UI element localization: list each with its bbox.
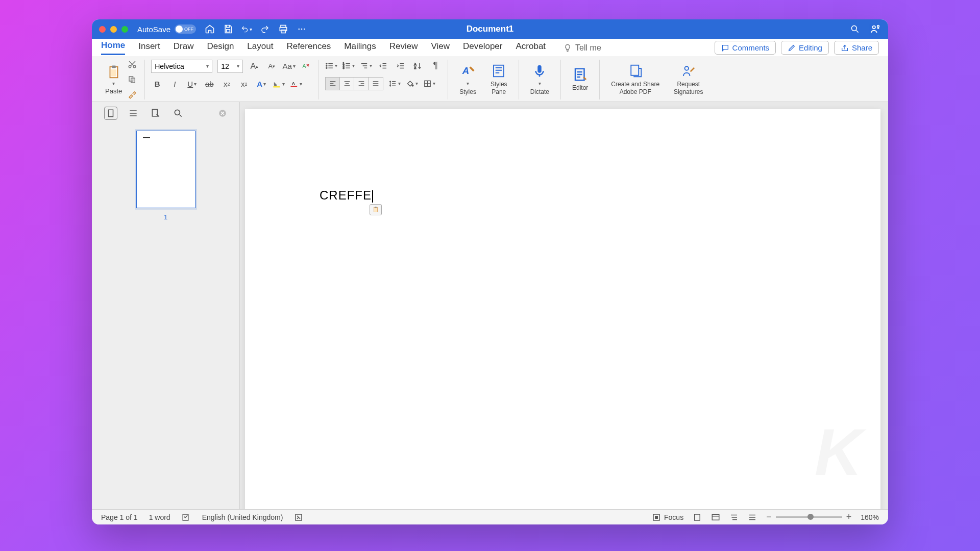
increase-indent-button[interactable] <box>395 60 407 72</box>
more-icon[interactable] <box>296 23 307 35</box>
document-text[interactable]: CREFFE <box>320 188 373 203</box>
strikethrough-button[interactable]: ab <box>203 78 215 90</box>
minimize-window-button[interactable] <box>110 26 117 33</box>
bullets-button[interactable]: ▾ <box>325 60 337 72</box>
tab-view[interactable]: View <box>431 41 450 55</box>
draft-view-button[interactable] <box>748 513 757 522</box>
close-panel-button[interactable] <box>218 109 227 118</box>
tab-acrobat[interactable]: Acrobat <box>516 41 546 55</box>
tab-home[interactable]: Home <box>101 40 125 55</box>
tab-mailings[interactable]: Mailings <box>344 41 376 55</box>
zoom-slider[interactable] <box>776 516 842 518</box>
svg-point-36 <box>684 66 689 70</box>
borders-button[interactable]: ▾ <box>423 78 435 90</box>
page-indicator[interactable]: Page 1 of 1 <box>101 513 138 521</box>
line-spacing-button[interactable]: ▾ <box>388 78 401 90</box>
italic-button[interactable]: I <box>168 78 181 90</box>
justify-button[interactable] <box>369 78 383 90</box>
page-thumbnail-1[interactable] <box>136 131 195 208</box>
zoom-out-button[interactable]: − <box>766 512 772 522</box>
document-title: Document1 <box>467 24 514 34</box>
request-signatures-button[interactable]: Request Signatures <box>669 63 708 95</box>
close-window-button[interactable] <box>99 26 106 33</box>
document-area: 1 CREFFE <box>92 102 888 509</box>
nav-toolbar <box>92 102 239 124</box>
grow-font-button[interactable]: A▴ <box>248 60 260 72</box>
zoom-slider-thumb[interactable] <box>807 514 814 520</box>
tab-layout[interactable]: Layout <box>247 41 273 55</box>
create-share-pdf-button[interactable]: Create and Share Adobe PDF <box>606 63 665 95</box>
highlight-button[interactable]: ▾ <box>273 78 285 90</box>
clear-formatting-button[interactable]: A <box>300 60 312 72</box>
print-icon[interactable] <box>278 23 289 35</box>
paint-bucket-icon <box>406 79 414 88</box>
tab-design[interactable]: Design <box>207 41 234 55</box>
numbering-button[interactable]: 123▾ <box>342 60 355 72</box>
word-count[interactable]: 1 word <box>149 513 170 521</box>
share-with-icon[interactable] <box>870 23 881 35</box>
align-right-button[interactable] <box>354 78 369 90</box>
styles-pane-button[interactable]: Styles Pane <box>485 63 512 95</box>
styles-button[interactable]: A ▾ Styles <box>454 63 481 95</box>
tell-me-search[interactable]: Tell me <box>563 43 601 53</box>
comments-button[interactable]: Comments <box>715 41 776 55</box>
print-layout-view-button[interactable] <box>693 513 702 522</box>
paste-button[interactable]: ▾ Paste <box>105 64 122 95</box>
text-effects-button[interactable]: A▾ <box>255 78 267 90</box>
subscript-button[interactable]: x2 <box>220 78 233 90</box>
headings-tab[interactable] <box>127 107 140 120</box>
tab-insert[interactable]: Insert <box>138 41 160 55</box>
sort-button[interactable]: AZ <box>412 60 424 72</box>
redo-button[interactable] <box>259 23 271 35</box>
show-marks-button[interactable]: ¶ <box>429 60 442 72</box>
shading-button[interactable]: ▾ <box>406 78 418 90</box>
accessibility-icon[interactable] <box>294 513 303 522</box>
share-button[interactable]: Share <box>834 41 879 55</box>
home-icon[interactable] <box>204 23 215 35</box>
find-tab[interactable] <box>172 107 185 120</box>
outline-view-button[interactable] <box>729 513 739 522</box>
review-tab[interactable] <box>149 107 162 120</box>
underline-button[interactable]: U▾ <box>186 78 198 90</box>
tab-review[interactable]: Review <box>389 41 418 55</box>
bold-button[interactable]: B <box>151 78 163 90</box>
copy-button[interactable] <box>126 73 138 86</box>
undo-button[interactable]: ▾ <box>241 23 252 35</box>
decrease-indent-button[interactable] <box>377 60 389 72</box>
multilevel-list-button[interactable]: ▾ <box>360 60 372 72</box>
font-size-select[interactable]: 12▾ <box>217 60 243 73</box>
shrink-font-button[interactable]: A▾ <box>265 60 278 72</box>
tab-developer[interactable]: Developer <box>463 41 503 55</box>
svg-point-7 <box>851 26 856 31</box>
language-indicator[interactable]: English (United Kingdom) <box>202 513 283 521</box>
superscript-button[interactable]: x2 <box>238 78 250 90</box>
save-icon[interactable] <box>223 23 234 35</box>
page-canvas[interactable]: CREFFE <box>240 102 888 509</box>
thumbnails-tab[interactable] <box>104 107 117 120</box>
editing-mode-button[interactable]: Editing <box>781 41 829 55</box>
zoom-in-button[interactable]: + <box>846 512 852 522</box>
tab-draw[interactable]: Draw <box>174 41 194 55</box>
document-page[interactable]: CREFFE <box>245 109 880 509</box>
align-center-button[interactable] <box>340 78 354 90</box>
zoom-level[interactable]: 160% <box>861 513 879 521</box>
format-painter-button[interactable] <box>126 89 138 101</box>
focus-mode-button[interactable]: Focus <box>652 513 683 522</box>
proofing-icon[interactable] <box>182 513 191 522</box>
cut-button[interactable] <box>126 58 138 70</box>
indent-icon <box>396 61 405 70</box>
maximize-window-button[interactable] <box>121 26 128 33</box>
dictate-button[interactable]: ▾ Dictate <box>525 63 554 95</box>
web-layout-view-button[interactable] <box>711 513 720 522</box>
change-case-button[interactable]: Aa▾ <box>283 60 295 72</box>
font-name-select[interactable]: Helvetica▾ <box>151 60 212 73</box>
autosave-toggle[interactable]: OFF <box>175 24 196 34</box>
autosave-control[interactable]: AutoSave OFF <box>137 24 196 34</box>
paste-options-badge[interactable] <box>370 204 382 215</box>
pencil-icon <box>788 44 796 52</box>
align-left-button[interactable] <box>326 78 340 90</box>
tab-references[interactable]: References <box>286 41 331 55</box>
font-color-button[interactable]: A▾ <box>290 78 302 90</box>
search-icon[interactable] <box>849 23 861 35</box>
editor-button[interactable]: Editor <box>567 67 593 91</box>
